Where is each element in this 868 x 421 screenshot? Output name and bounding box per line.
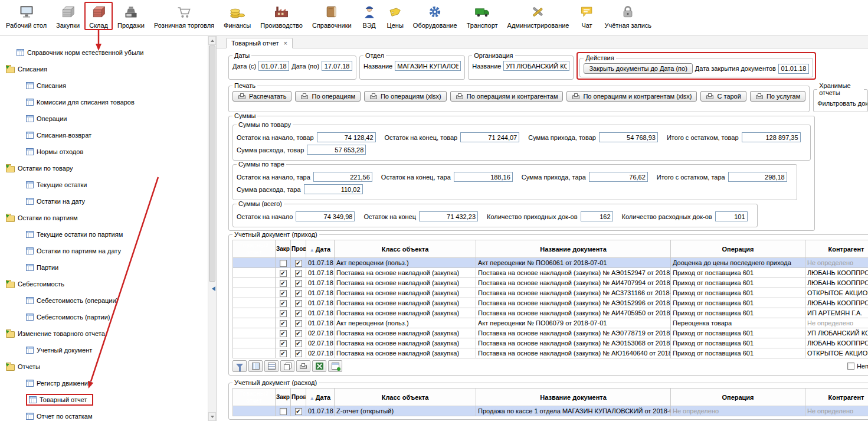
column-header-docname[interactable]: Название документа (476, 240, 671, 258)
sidebar-item[interactable]: Партии (0, 259, 208, 276)
sidebar-item[interactable]: Комиссии для списания товаров (0, 94, 208, 110)
column-header-proved[interactable]: Пров (291, 389, 306, 406)
sidebar-item[interactable]: Текущие остатки по партиям (0, 226, 208, 243)
invalid-documents-checkbox[interactable] (847, 363, 854, 370)
print-by-operations-contragents-button[interactable]: По операциям и контрагентам (450, 91, 564, 102)
organization-name-input[interactable] (503, 61, 569, 71)
proved-checkbox[interactable]: ✔ (295, 350, 302, 357)
toolbar-item-ved[interactable]: ВЭД (356, 2, 382, 30)
toolbar-item-warehouse[interactable]: Склад (84, 2, 113, 30)
proved-checkbox[interactable]: ✔ (295, 300, 302, 307)
tab-close-icon[interactable]: × (284, 40, 287, 47)
date-to-input[interactable] (322, 61, 352, 71)
proved-checkbox[interactable]: ✔ (295, 280, 302, 287)
toolbar-item-account[interactable]: Учётная запись (600, 2, 657, 30)
sidebar-item[interactable]: Нормы отходов (0, 143, 208, 160)
print-grid-button[interactable] (296, 360, 310, 372)
tab-tovarny-otchet[interactable]: Товарный отчет × (226, 38, 293, 48)
print-report-button[interactable]: Распечатать (232, 91, 291, 102)
toolbar-item-equipment[interactable]: Оборудование (408, 2, 462, 30)
sidebar-item[interactable]: Списания-возврат (0, 127, 208, 143)
sum-value-input[interactable] (581, 211, 613, 221)
toolbar-item-purchases[interactable]: Закупки (51, 2, 84, 30)
toolbar-item-sales[interactable]: Продажи (113, 2, 149, 30)
table-row[interactable]: ✔01.07.18Z-отчет (открытый)Продажа по ка… (233, 406, 868, 416)
proved-checkbox[interactable]: ✔ (295, 290, 302, 297)
sidebar-item-tovarny-otchet[interactable]: Товарный отчет (0, 391, 208, 408)
proved-checkbox[interactable]: ✔ (295, 408, 302, 415)
sidebar-folder[interactable]: Отчеты (0, 358, 208, 375)
sidebar-folder[interactable]: Списания (0, 61, 208, 77)
toolbar-item-chat[interactable]: Чат (574, 2, 600, 30)
table-row[interactable]: ✔01.07.18Акт переоценки (польз.)Акт пере… (233, 258, 868, 268)
closed-checkbox[interactable]: ✔ (280, 270, 287, 277)
print-by-operations-xlsx-button[interactable]: По операциям (xlsx) (364, 91, 447, 102)
sidebar-item[interactable]: Операции (0, 110, 208, 127)
toolbar-item-prices[interactable]: Цены (382, 2, 408, 30)
print-by-operations-button[interactable]: По операциям (295, 91, 360, 102)
closed-checkbox[interactable]: ✔ (280, 340, 287, 347)
sidebar-item[interactable]: Текущие остатки (0, 177, 208, 193)
column-header-docname[interactable]: Название документа (476, 389, 671, 406)
grid-settings-button[interactable] (328, 360, 342, 372)
column-header-date[interactable]: ▲Дата (306, 389, 335, 406)
print-by-services-button[interactable]: По услугам (750, 91, 805, 102)
print-by-operations-contragents-xlsx-button[interactable]: По операциям и контрагентам (xlsx) (566, 91, 697, 102)
sidebar-folder[interactable]: Остатки по партиям (0, 210, 208, 226)
sum-value-input[interactable] (599, 132, 658, 142)
column-header-operation[interactable]: Операция (671, 389, 805, 406)
sidebar-folder[interactable]: Изменение товарного отчета (0, 325, 208, 342)
sum-value-input[interactable] (313, 172, 372, 182)
column-header-contragent[interactable]: Контрагент (805, 389, 868, 406)
table-row[interactable]: ✔✔01.07.18Поставка на основе накладной (… (233, 288, 868, 298)
column-header-closed[interactable]: Закр (276, 389, 291, 406)
closed-checkbox[interactable]: ✔ (280, 320, 287, 327)
columns-visibility-button[interactable] (248, 360, 263, 372)
sidebar-item[interactable]: Списания (0, 77, 208, 94)
table-row[interactable]: ✔✔02.07.18Поставка на основе накладной (… (233, 328, 868, 338)
close-documents-button[interactable]: Закрыть документы до Дата (по) (584, 63, 692, 74)
sum-value-input[interactable] (317, 132, 376, 142)
proved-checkbox[interactable]: ✔ (295, 330, 302, 337)
sidebar-item[interactable]: Регистр движений (0, 375, 208, 391)
closed-checkbox[interactable]: ✔ (280, 300, 287, 307)
sum-value-input[interactable] (454, 172, 513, 182)
scroll-up-button[interactable] (208, 36, 216, 45)
column-header-tovarny-otchet[interactable]: Товарный отчет (233, 389, 276, 406)
sidebar-item[interactable]: Отчет по остаткам (0, 408, 208, 421)
column-header-proved[interactable]: Пров (291, 240, 306, 258)
sidebar-item[interactable]: Учетный документ (0, 342, 208, 358)
table-row[interactable]: ✔✔01.07.18Поставка на основе накладной (… (233, 268, 868, 278)
sidebar-folder[interactable]: Остатки по товару (0, 160, 208, 177)
date-from-input[interactable] (258, 61, 289, 71)
filter-button[interactable] (232, 360, 247, 372)
sidebar-item[interactable]: Себестоимость (партии) (0, 309, 208, 325)
toolbar-item-production[interactable]: Производство (256, 2, 307, 30)
table-row[interactable]: ✔✔02.07.18Поставка на основе накладной (… (233, 348, 868, 358)
closed-checkbox[interactable]: ✔ (280, 330, 287, 337)
sum-value-input[interactable] (419, 211, 478, 221)
table-row[interactable]: ✔✔01.07.18Поставка на основе накладной (… (233, 308, 868, 318)
proved-checkbox[interactable]: ✔ (295, 320, 302, 327)
row-numbers-button[interactable] (264, 360, 279, 372)
department-name-input[interactable] (395, 61, 461, 71)
export-excel-button[interactable] (312, 360, 326, 372)
sidebar-folder[interactable]: Себестоимость (0, 276, 208, 292)
sidebar-scrollbar[interactable] (208, 36, 217, 421)
copy-button[interactable] (280, 360, 294, 372)
proved-checkbox[interactable]: ✔ (295, 310, 302, 317)
sum-value-input[interactable] (460, 132, 519, 142)
sum-value-input[interactable] (589, 172, 648, 182)
column-header-class[interactable]: Класс объекта (335, 389, 476, 406)
sum-value-input[interactable] (742, 132, 801, 142)
sum-value-input[interactable] (728, 172, 787, 182)
closed-checkbox[interactable]: ✔ (280, 290, 287, 297)
sum-value-input[interactable] (307, 145, 366, 155)
toolbar-item-retail[interactable]: Розничная торговля (149, 2, 219, 30)
proved-checkbox[interactable]: ✔ (295, 340, 302, 347)
closed-checkbox[interactable] (280, 408, 287, 415)
sidebar-item[interactable]: Себестоимость (операции) (0, 292, 208, 309)
column-header-date[interactable]: ▲Дата (306, 240, 335, 258)
sidebar-item[interactable]: Справочник норм естественной убыли (0, 44, 208, 61)
scroll-down-button[interactable] (208, 412, 216, 421)
